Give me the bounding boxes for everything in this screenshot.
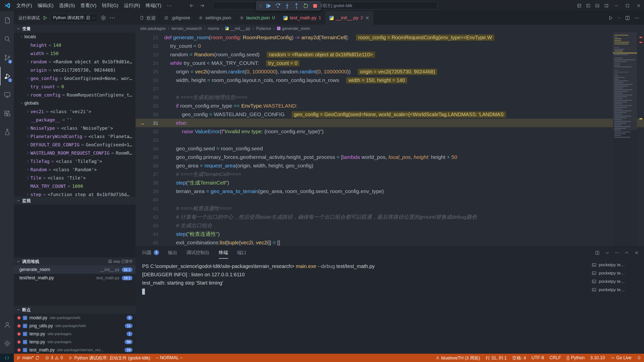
terminal-instance-item[interactable]: pocketpy te… bbox=[589, 286, 642, 294]
variable-row[interactable]: __package__='' bbox=[14, 116, 136, 124]
panel-tab-输出[interactable]: 输出 bbox=[168, 247, 177, 259]
code-line[interactable]: 40 bbox=[136, 196, 644, 204]
git-blame-status[interactable]: blueloveTH (3 周前) bbox=[433, 354, 483, 362]
code-line[interactable]: 25 origin = vec2i(random.randint(0, 1000… bbox=[136, 67, 644, 76]
panel-tab-端口[interactable]: 端口 bbox=[237, 247, 247, 259]
minimap[interactable] bbox=[613, 32, 637, 246]
variables-scope-row[interactable]: locals bbox=[14, 33, 136, 41]
code-line[interactable]: 33 bbox=[136, 136, 644, 144]
breakpoint-row[interactable]: test_math.pysite-packages\terrain_res…16 bbox=[14, 346, 136, 354]
code-line[interactable]: 39 terrain_area = geo_area_to_terrain(ge… bbox=[136, 187, 644, 196]
tab-test_math.py[interactable]: test_math.py1 bbox=[279, 11, 325, 25]
terminal-instance-item[interactable]: pocketpy te… bbox=[589, 261, 642, 269]
more-actions-icon[interactable] bbox=[109, 15, 116, 21]
back-arrow-icon[interactable] bbox=[189, 3, 194, 8]
gear-icon[interactable] bbox=[100, 15, 107, 21]
panel-tab-调试控制台[interactable]: 调试控制台 bbox=[186, 247, 210, 259]
code-line[interactable]: 21def generate_room(room_config: RoomReq… bbox=[136, 33, 644, 42]
breakpoint-checkbox[interactable] bbox=[23, 316, 27, 320]
variable-row[interactable]: random=<Random object at 0x1bf9d01e… bbox=[14, 58, 136, 66]
variable-row[interactable]: WASTELAND_ROOM_REQUEST_CONFIG=RoomR… bbox=[14, 149, 136, 157]
code-line[interactable]: 22 try_count = 0 bbox=[136, 42, 644, 50]
activity-extensions-icon[interactable] bbox=[0, 104, 14, 123]
watch-section-header[interactable]: 监视 bbox=[14, 197, 136, 205]
run-icon[interactable] bbox=[608, 15, 613, 21]
code-line[interactable]: 23 random = Random(room_config.seed)rand… bbox=[136, 50, 644, 59]
notifications-bell[interactable] bbox=[634, 354, 644, 362]
step-over-icon[interactable] bbox=[274, 2, 281, 10]
terminal-instance-item[interactable]: pocketpy te… bbox=[589, 277, 642, 286]
toggle-sidebar-icon[interactable] bbox=[584, 0, 593, 11]
code-line[interactable]: →31 else: bbox=[136, 119, 644, 127]
call-stack-frame[interactable]: test/test_math.pytest_math.py16:1 bbox=[14, 274, 136, 282]
variable-row[interactable]: Tile=<class 'Tile'> bbox=[14, 174, 136, 182]
code-line[interactable]: 44 step("检查连通性") bbox=[136, 230, 644, 238]
cursor-position[interactable]: 行 31, 列 1 bbox=[483, 354, 510, 362]
code-line[interactable]: 41 # ====检查连通性==== bbox=[136, 204, 644, 213]
more-icon[interactable] bbox=[615, 250, 619, 255]
eol-status[interactable]: CRLF bbox=[547, 354, 564, 362]
code-line[interactable]: 26 width, height = room_config.layout.n_… bbox=[136, 76, 644, 84]
variable-row[interactable]: PlanetaryWindConfig=<class 'Planeta… bbox=[14, 132, 136, 141]
code-line[interactable]: 43 # 生成出口组合 bbox=[136, 221, 644, 230]
variable-row[interactable]: DEFAULT_GEO_CONFIG=GeoConfig(seed=1… bbox=[14, 141, 136, 149]
tab-launch.json[interactable]: launch.jsonU bbox=[235, 11, 279, 25]
activity-run-debug-icon[interactable]: 1 bbox=[0, 67, 14, 85]
breadcrumb-item[interactable]: Pylance bbox=[256, 26, 271, 31]
tab-settings.json[interactable]: settings.json bbox=[194, 11, 235, 25]
customize-layout-icon[interactable] bbox=[575, 0, 584, 11]
breakpoint-row[interactable]: png_utils.pysite-packages\wfc11 bbox=[14, 322, 136, 330]
close-icon[interactable] bbox=[365, 16, 370, 20]
breadcrumb-item[interactable]: site-packages bbox=[140, 26, 166, 31]
menu-item[interactable]: 转到(G) bbox=[99, 0, 121, 11]
variables-section-header[interactable]: 变量 bbox=[14, 25, 136, 33]
tab-__init__.py[interactable]: __init__.py2 bbox=[325, 11, 374, 25]
menu-item[interactable]: 文件(F) bbox=[14, 0, 35, 11]
toggle-secondary-sidebar-icon[interactable] bbox=[602, 0, 611, 11]
terminal-output[interactable]: PS C:\computer_science\godot-ldtk\site-p… bbox=[136, 259, 588, 354]
terminal-instance-item[interactable]: pocketpy te… bbox=[589, 269, 642, 277]
activity-testing-icon[interactable] bbox=[0, 123, 14, 141]
launch-config-dropdown[interactable]: Python 调试程序: 启 bbox=[50, 14, 98, 22]
more-icon[interactable] bbox=[634, 15, 639, 21]
chevron-down-icon[interactable] bbox=[617, 16, 621, 20]
breakpoint-checkbox[interactable] bbox=[23, 348, 27, 352]
code-line[interactable]: 45 exit_combinations:list[tuple[vec2i, v… bbox=[136, 238, 644, 246]
call-stack-section-header[interactable]: 调用堆栈 因 step 已暂停 bbox=[14, 257, 136, 265]
code-line[interactable]: 38 step("生成TerrainCell") bbox=[136, 178, 644, 187]
menu-item[interactable]: 查看(V) bbox=[78, 0, 99, 11]
code-line[interactable]: 28 # ====生成初始地理信息==== bbox=[136, 93, 644, 102]
menu-item[interactable]: 编辑(E) bbox=[35, 0, 56, 11]
chevron-down-icon[interactable] bbox=[605, 250, 610, 255]
activity-source-control-icon[interactable]: 3 bbox=[0, 48, 14, 67]
code-editor[interactable]: 2021def generate_room(room_config: RoomR… bbox=[136, 32, 644, 246]
activity-remote-explorer-icon[interactable] bbox=[0, 85, 14, 104]
activity-account-icon[interactable] bbox=[0, 315, 14, 334]
breakpoint-row[interactable]: temp.pysite-packages58 bbox=[14, 338, 136, 346]
code-line[interactable]: 29 if room_config.env_type == EnvType.WA… bbox=[136, 102, 644, 110]
split-editor-icon[interactable] bbox=[625, 15, 630, 21]
code-line[interactable]: 27 bbox=[136, 84, 644, 93]
activity-explorer-icon[interactable] bbox=[0, 11, 14, 30]
terminal-layout-icon[interactable] bbox=[595, 250, 600, 255]
toggle-panel-icon[interactable] bbox=[593, 0, 602, 11]
code-line[interactable]: 32 raise ValueError(f"Invalid env type: … bbox=[136, 127, 644, 136]
step-out-icon[interactable] bbox=[293, 2, 300, 10]
code-line[interactable]: 37 # ====生成TerrainCell==== bbox=[136, 170, 644, 178]
code-line[interactable]: 24 while try_count < MAX_TRY_COUNT:try_c… bbox=[136, 59, 644, 67]
branch-status[interactable]: main* bbox=[14, 354, 42, 362]
breakpoint-checkbox[interactable] bbox=[23, 340, 27, 344]
menu-item[interactable]: 终端(T) bbox=[143, 0, 164, 11]
code-line[interactable]: 30 geo_config = WASTELAND_GEO_CONFIGgeo_… bbox=[136, 110, 644, 119]
breakpoint-row[interactable]: temp.pysite-packages1 bbox=[14, 330, 136, 338]
panel-tab-问题[interactable]: 问题3 bbox=[142, 247, 159, 259]
tab-欢迎[interactable]: 欢迎 bbox=[136, 11, 160, 25]
forward-arrow-icon[interactable] bbox=[199, 3, 205, 8]
problems-status[interactable]: 3 0 bbox=[42, 354, 66, 362]
maximize-panel-icon[interactable] bbox=[624, 250, 629, 255]
code-line[interactable]: 34 geo_config.seed = room_config.seed bbox=[136, 144, 644, 153]
code-line[interactable]: 36 geo_area = request_area(origin, width… bbox=[136, 161, 644, 170]
debug-session-status[interactable]: Python 调试程序: 启动文件 (godot-ldtk) bbox=[66, 354, 153, 362]
variable-row[interactable]: NoiseType=<class 'NoiseType'> bbox=[14, 124, 136, 132]
breakpoints-section-header[interactable]: 断点 bbox=[14, 306, 136, 314]
